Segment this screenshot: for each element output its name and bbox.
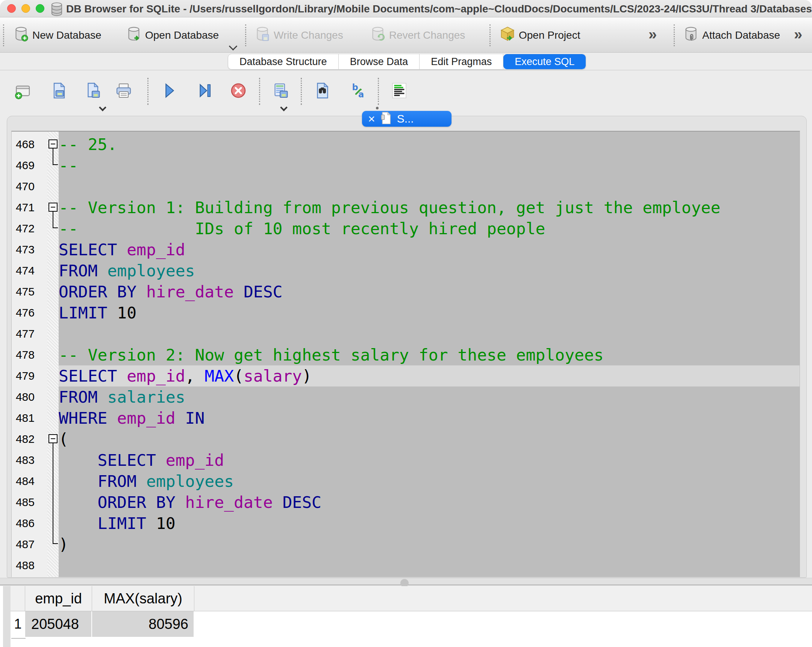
tab-browse-data[interactable]: Browse Data bbox=[339, 54, 420, 69]
code-line-487: ) bbox=[59, 534, 800, 555]
sql-editor[interactable]: 4684694704714724734744754764774784794804… bbox=[11, 131, 800, 577]
save-results-dropdown-chevron[interactable] bbox=[280, 104, 288, 111]
new-database-icon bbox=[14, 26, 29, 44]
sql-toolbar-separator bbox=[259, 78, 260, 105]
tab-edit-pragmas[interactable]: Edit Pragmas bbox=[420, 54, 504, 69]
line-number: 469 bbox=[12, 155, 47, 176]
fold-marker[interactable] bbox=[49, 203, 58, 212]
code-line-486: LIMIT 10 bbox=[59, 513, 800, 534]
code-line-477 bbox=[59, 324, 800, 344]
attach-database-button[interactable]: Attach Database bbox=[684, 18, 780, 53]
code-line-475: ORDER BY hire_date DESC bbox=[59, 281, 800, 302]
line-number: 488 bbox=[12, 555, 47, 576]
sql-toolbar-separator bbox=[378, 78, 379, 105]
svg-text:b: b bbox=[352, 82, 358, 92]
stop-execution-icon bbox=[230, 82, 247, 99]
sql-tab-label: S... bbox=[397, 112, 414, 125]
toolbar-overflow-button[interactable]: » bbox=[649, 26, 657, 43]
column-header-max-salary[interactable]: MAX(salary) bbox=[92, 586, 194, 611]
sql-toolbar: b a bbox=[0, 70, 812, 114]
save-sql-file-as-button[interactable] bbox=[84, 81, 103, 101]
editor-results-splitter[interactable] bbox=[0, 578, 812, 585]
sql-file-tab[interactable]: × S... bbox=[362, 111, 452, 127]
save-results-view-button[interactable] bbox=[272, 81, 291, 101]
close-window-button[interactable] bbox=[7, 4, 16, 13]
line-number: 483 bbox=[12, 450, 47, 471]
code-line-469: -- bbox=[59, 155, 800, 176]
toolbar-extension-chevron[interactable] bbox=[229, 42, 238, 51]
open-sql-file-button[interactable] bbox=[13, 81, 32, 101]
save-results-view-icon bbox=[272, 82, 290, 100]
toolbar-separator bbox=[245, 24, 246, 46]
close-tab-icon[interactable]: × bbox=[368, 113, 375, 125]
row-number[interactable]: 1 bbox=[11, 611, 25, 637]
line-number: 472 bbox=[12, 218, 47, 239]
write-changes-button[interactable]: Write Changes bbox=[255, 18, 343, 53]
execute-all-icon bbox=[160, 82, 178, 99]
fold-column bbox=[47, 131, 59, 577]
attach-database-icon bbox=[684, 26, 699, 44]
line-number: 485 bbox=[12, 492, 47, 513]
database-stack-icon bbox=[50, 2, 64, 18]
line-number: 486 bbox=[12, 513, 47, 534]
view-tabs: Database StructureBrowse DataEdit Pragma… bbox=[228, 54, 586, 70]
toolbar-separator bbox=[490, 24, 491, 46]
view-tab-bar: Database StructureBrowse DataEdit Pragma… bbox=[0, 53, 812, 70]
open-sql-file-icon bbox=[14, 82, 32, 100]
write-changes-icon bbox=[255, 26, 270, 44]
fold-line-end bbox=[53, 543, 58, 544]
open-project-icon bbox=[500, 26, 515, 44]
execute-current-line-button[interactable] bbox=[195, 81, 214, 101]
toolbar-separator bbox=[3, 24, 4, 46]
write-changes-label: Write Changes bbox=[274, 29, 343, 41]
toggle-sql-log-button[interactable] bbox=[389, 81, 409, 101]
new-database-button[interactable]: New Database bbox=[14, 18, 102, 53]
open-project-button[interactable]: Open Project bbox=[500, 18, 580, 53]
line-number: 475 bbox=[12, 281, 47, 302]
print-icon bbox=[114, 82, 133, 100]
zoom-window-button[interactable] bbox=[36, 4, 44, 13]
code-line-478: -- Version 2: Now get highest salary for… bbox=[59, 344, 800, 365]
line-number: 471 bbox=[12, 197, 47, 218]
fold-line bbox=[53, 443, 53, 544]
save-sql-file-as-icon bbox=[84, 82, 102, 100]
titlebar: DB Browser for SQLite - /Users/russellgo… bbox=[0, 0, 812, 17]
line-number: 473 bbox=[12, 239, 47, 260]
execute-all-button[interactable] bbox=[159, 81, 179, 101]
tab-execute-sql[interactable]: Execute SQL bbox=[504, 54, 586, 69]
column-header-emp-id[interactable]: emp_id bbox=[25, 586, 92, 611]
code-line-470 bbox=[59, 176, 800, 197]
code-area[interactable]: -- 25.---- Version 1: Building from prev… bbox=[59, 131, 800, 577]
find-and-replace-button[interactable]: b a bbox=[350, 81, 369, 101]
code-line-474: FROM employees bbox=[59, 260, 800, 281]
toolbar-overflow-button-2[interactable]: » bbox=[794, 26, 802, 43]
print-button[interactable] bbox=[114, 81, 133, 101]
save-sql-file-button[interactable] bbox=[49, 81, 69, 101]
sql-toolbar-separator bbox=[147, 78, 148, 105]
line-number: 480 bbox=[12, 386, 47, 407]
results-corner-cell[interactable] bbox=[11, 586, 25, 611]
code-line-476: LIMIT 10 bbox=[59, 302, 800, 324]
tab-database-structure[interactable]: Database Structure bbox=[228, 54, 339, 69]
results-left-strip bbox=[3, 586, 11, 647]
open-project-label: Open Project bbox=[519, 29, 580, 41]
find-in-sql-button[interactable] bbox=[313, 81, 332, 101]
toolbar-separator bbox=[674, 24, 675, 46]
open-database-button[interactable]: Open Database bbox=[126, 18, 219, 53]
fold-marker[interactable] bbox=[49, 434, 58, 443]
main-toolbar: New Database Open Database bbox=[0, 18, 812, 53]
code-line-473: SELECT emp_id bbox=[59, 239, 800, 260]
cell-max-salary[interactable]: 80596 bbox=[92, 611, 194, 637]
code-line-483: SELECT emp_id bbox=[59, 450, 800, 471]
stop-execution-button[interactable] bbox=[229, 81, 248, 101]
save-sql-dropdown-chevron[interactable] bbox=[99, 104, 106, 111]
cell-emp-id[interactable]: 205048 bbox=[25, 611, 92, 637]
minimize-window-button[interactable] bbox=[21, 4, 30, 13]
fold-marker[interactable] bbox=[49, 139, 58, 148]
fold-line-end bbox=[53, 227, 58, 228]
find-in-sql-icon bbox=[313, 82, 331, 100]
line-number: 468 bbox=[12, 134, 47, 155]
revert-changes-button[interactable]: Revert Changes bbox=[370, 18, 465, 53]
find-and-replace-icon: b a bbox=[350, 82, 368, 100]
fold-line bbox=[53, 212, 53, 228]
